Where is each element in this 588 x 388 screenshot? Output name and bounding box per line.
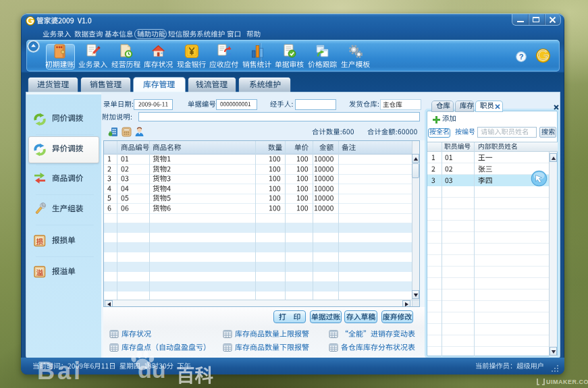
svg-text:?: ? [519,53,524,61]
